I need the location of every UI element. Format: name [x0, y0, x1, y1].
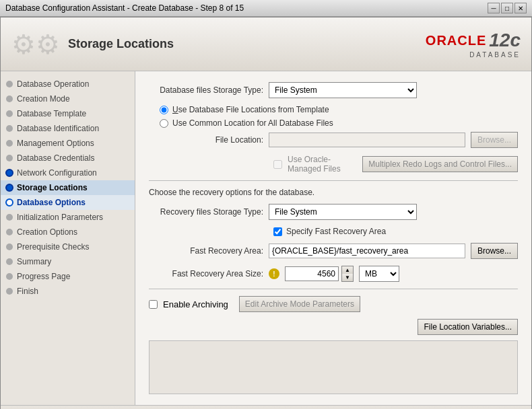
file-location-input[interactable] [269, 133, 465, 147]
recovery-storage-type-row: Recovery files Storage Type: File System… [149, 204, 518, 220]
sidebar-label-creation-mode: Creation Mode [17, 94, 70, 104]
divider-1 [149, 180, 518, 181]
radio-use-common-location[interactable] [160, 119, 168, 128]
dot-creation-mode [6, 96, 13, 102]
gear-decoration: ⚙⚙ [11, 29, 60, 60]
sidebar-label-prerequisite-checks: Prerequisite Checks [17, 242, 89, 252]
sidebar-item-database-identification[interactable]: Database Identification [1, 121, 135, 136]
dot-database-identification [6, 125, 13, 132]
sidebar-label-finish: Finish [17, 287, 38, 296]
use-oracle-managed-checkbox[interactable] [273, 160, 282, 169]
title-bar-text: Database Configuration Assistant - Creat… [5, 3, 244, 13]
edit-archive-mode-button[interactable]: Edit Archive Mode Parameters [239, 296, 360, 312]
file-location-row: File Location: Browse... [149, 132, 518, 148]
dot-database-template [6, 110, 13, 117]
db-storage-type-select[interactable]: File System Automatic Storage Management… [269, 82, 417, 98]
recovery-section-text: Choose the recovery options for the data… [149, 188, 518, 197]
title-bar-buttons: ─ □ ✕ [488, 3, 527, 13]
body-area: Database Operation Creation Mode Databas… [1, 71, 531, 405]
radio-row-1: Use Database File Locations from Templat… [160, 105, 518, 114]
sidebar-label-database-operation: Database Operation [17, 79, 89, 89]
fast-recovery-area-label: Fast Recovery Area: [149, 246, 263, 256]
oracle-version-text: 12c [489, 30, 521, 51]
recovery-storage-type-select[interactable]: File System Automatic Storage Management [269, 204, 417, 220]
specify-fast-recovery-checkbox[interactable] [273, 227, 282, 236]
sidebar-item-finish[interactable]: Finish [1, 284, 135, 299]
enable-archiving-checkbox[interactable] [149, 300, 158, 309]
sidebar-item-summary[interactable]: Summary [1, 254, 135, 269]
dot-database-credentials [6, 155, 13, 161]
sidebar-label-storage-locations: Storage Locations [17, 183, 88, 192]
fast-recovery-size-unit-select[interactable]: MB GB [359, 266, 399, 282]
dot-storage-locations [5, 184, 13, 192]
maximize-button[interactable]: □ [501, 3, 513, 13]
fast-recovery-browse-button[interactable]: Browse... [471, 243, 518, 259]
content-panel: Database files Storage Type: File System… [135, 71, 531, 405]
oracle-brand-text: ORACLE [426, 33, 486, 48]
spinner-up-button[interactable]: ▲ [342, 266, 353, 274]
dot-summary [6, 258, 13, 265]
hint-icon: ! [269, 268, 279, 279]
db-storage-type-row: Database files Storage Type: File System… [149, 82, 518, 98]
sidebar-item-initialization-parameters[interactable]: Initialization Parameters [1, 210, 135, 225]
dot-management-options [6, 140, 13, 147]
sidebar-label-network-configuration: Network Configuration [17, 168, 97, 178]
sidebar-label-creation-options: Creation Options [17, 227, 77, 237]
radio-use-template-label: Use Database File Locations from Templat… [172, 105, 329, 114]
fast-recovery-size-row: Fast Recovery Area Size: ! 4560 ▲ ▼ MB G… [149, 266, 518, 282]
dot-finish [6, 288, 13, 295]
file-location-label: File Location: [149, 135, 263, 145]
sidebar: Database Operation Creation Mode Databas… [1, 71, 135, 405]
title-bar: Database Configuration Assistant - Creat… [0, 0, 532, 17]
dot-creation-options [6, 229, 13, 235]
sidebar-item-storage-locations[interactable]: Storage Locations [1, 180, 135, 195]
sidebar-label-summary: Summary [17, 257, 51, 266]
spinner-down-button[interactable]: ▼ [342, 274, 353, 281]
page-title: Storage Locations [68, 37, 174, 51]
file-location-variables-row: File Location Variables... [149, 319, 518, 335]
oracle-managed-row: Use Oracle-Managed Files Multiplex Redo … [273, 155, 518, 174]
sidebar-label-database-credentials: Database Credentials [17, 153, 94, 163]
sidebar-label-progress-page: Progress Page [17, 272, 70, 281]
enable-archiving-label: Enable Archiving [163, 299, 228, 309]
multiplex-button[interactable]: Multiplex Redo Logs and Control Files... [362, 156, 518, 172]
dot-prerequisite-checks [6, 244, 13, 250]
sidebar-item-network-configuration[interactable]: Network Configuration [1, 165, 135, 180]
specify-fast-recovery-row: Specify Fast Recovery Area [273, 227, 518, 236]
bottom-bar: Help < Back Next > Finish Cancel [1, 405, 531, 409]
oracle-logo: ORACLE 12c DATABASE [426, 30, 521, 59]
fast-recovery-area-input[interactable]: {ORACLE_BASE}/fast_recovery_area [269, 244, 465, 258]
recovery-storage-type-label: Recovery files Storage Type: [149, 207, 263, 217]
sidebar-item-database-credentials[interactable]: Database Credentials [1, 151, 135, 165]
sidebar-label-database-template: Database Template [17, 109, 86, 118]
close-button[interactable]: ✕ [514, 3, 527, 13]
db-storage-type-label: Database files Storage Type: [149, 85, 263, 95]
radio-use-common-label: Use Common Location for All Database Fil… [172, 118, 333, 128]
radio-use-template-locations[interactable] [160, 106, 168, 114]
spinner-buttons: ▲ ▼ [341, 266, 354, 282]
oracle-sub-text: DATABASE [469, 51, 521, 59]
minimize-button[interactable]: ─ [488, 3, 500, 13]
dot-progress-page [6, 273, 13, 280]
sidebar-item-progress-page[interactable]: Progress Page [1, 269, 135, 284]
sidebar-item-database-options[interactable]: Database Options [1, 195, 135, 210]
fast-recovery-size-group: 4560 ▲ ▼ [285, 266, 354, 282]
file-location-variables-button[interactable]: File Location Variables... [418, 319, 518, 335]
sidebar-label-management-options: Management Options [17, 139, 94, 148]
sidebar-item-database-template[interactable]: Database Template [1, 106, 135, 121]
header: ⚙⚙ Storage Locations ORACLE 12c DATABASE [1, 17, 531, 71]
sidebar-item-creation-options[interactable]: Creation Options [1, 225, 135, 239]
sidebar-label-database-identification: Database Identification [17, 124, 99, 133]
use-oracle-managed-label: Use Oracle-Managed Files [288, 155, 357, 174]
file-location-browse-button[interactable]: Browse... [471, 132, 518, 148]
fast-recovery-size-input[interactable]: 4560 [285, 266, 339, 281]
sidebar-label-database-options: Database Options [17, 198, 86, 207]
fast-recovery-area-row: Fast Recovery Area: {ORACLE_BASE}/fast_r… [149, 243, 518, 259]
sidebar-item-database-operation[interactable]: Database Operation [1, 77, 135, 91]
specify-fast-recovery-label: Specify Fast Recovery Area [286, 227, 386, 236]
dot-network-configuration [5, 169, 13, 177]
sidebar-item-management-options[interactable]: Management Options [1, 136, 135, 151]
sidebar-item-prerequisite-checks[interactable]: Prerequisite Checks [1, 239, 135, 254]
sidebar-label-initialization-parameters: Initialization Parameters [17, 213, 103, 222]
sidebar-item-creation-mode[interactable]: Creation Mode [1, 91, 135, 106]
